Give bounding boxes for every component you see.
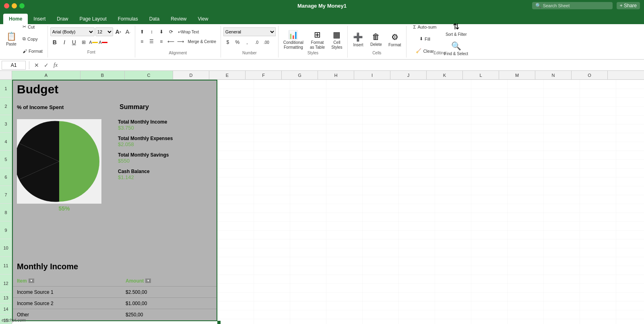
- insert-button[interactable]: ➕ Insert: [350, 28, 366, 56]
- decrease-decimal-button[interactable]: .0: [252, 38, 261, 47]
- col-header-m[interactable]: M: [499, 71, 535, 79]
- window-controls[interactable]: [4, 3, 25, 8]
- share-button[interactable]: + Share: [617, 2, 640, 9]
- row-num-14[interactable]: 14: [0, 303, 12, 315]
- col-header-k[interactable]: K: [427, 71, 463, 79]
- find-select-button[interactable]: 🔍 Find & Select: [442, 39, 471, 58]
- merge-label: Merge & Centre: [188, 39, 217, 44]
- table-row-1[interactable]: Income Source 1 $2.500,00: [13, 287, 217, 298]
- align-center-button[interactable]: ☰: [147, 37, 156, 46]
- clear-icon: 🧹: [416, 48, 421, 54]
- copy-icon: ⧉: [23, 36, 26, 41]
- col-header-g[interactable]: G: [282, 71, 318, 79]
- col-header-l[interactable]: L: [463, 71, 499, 79]
- tab-review[interactable]: Review: [165, 14, 192, 24]
- align-bottom-button[interactable]: ⬇: [157, 27, 166, 36]
- number-format-select[interactable]: General: [223, 27, 276, 36]
- row-num-8[interactable]: 8: [0, 204, 12, 221]
- col-header-a[interactable]: A: [12, 71, 80, 79]
- svg-rect-0: [217, 80, 644, 324]
- underline-button[interactable]: U: [70, 38, 78, 47]
- maximize-button[interactable]: [19, 3, 25, 8]
- thousands-button[interactable]: ,: [243, 38, 252, 47]
- wrap-icon: ↵: [178, 30, 181, 34]
- row-num-13[interactable]: 13: [0, 292, 12, 303]
- amount-dropdown-arrow[interactable]: ▼: [145, 279, 151, 283]
- tab-page-layout[interactable]: Page Layout: [74, 14, 112, 24]
- item-dropdown-arrow[interactable]: ▼: [29, 279, 34, 283]
- conditional-formatting-button[interactable]: 📊 ConditionalFormatting: [281, 28, 306, 56]
- format-as-table-label: Formatas Table: [310, 40, 325, 50]
- cell-styles-button[interactable]: ▦ CellStyles: [329, 28, 345, 56]
- confirm-formula-icon[interactable]: ✓: [42, 62, 50, 68]
- close-button[interactable]: [4, 3, 9, 8]
- font-size-select[interactable]: 12: [95, 27, 113, 36]
- increase-font-button[interactable]: A+: [114, 27, 123, 36]
- sort-filter-button[interactable]: ⇅ Sort & Filter: [442, 20, 471, 39]
- row-num-10[interactable]: 10: [0, 239, 12, 257]
- row-num-6[interactable]: 6: [0, 168, 12, 186]
- col-header-d[interactable]: D: [173, 71, 209, 79]
- ribbon: 📋 Paste ✂ Cut ⧉ Copy 🖌 Format Clipboard: [0, 24, 644, 60]
- italic-button[interactable]: I: [60, 38, 69, 47]
- increase-decimal-button[interactable]: .00: [262, 38, 271, 47]
- col-header-c[interactable]: C: [125, 71, 173, 79]
- font-color-button[interactable]: A: [99, 38, 107, 47]
- row-num-5[interactable]: 5: [0, 151, 12, 168]
- increase-indent-button[interactable]: ⟶: [176, 37, 185, 46]
- row-num-4[interactable]: 4: [0, 133, 12, 151]
- row-num-2[interactable]: 2: [0, 97, 12, 115]
- format-button[interactable]: ⚙ Format: [386, 28, 404, 56]
- accounting-format-button[interactable]: $: [223, 38, 232, 47]
- col-header-b[interactable]: B: [80, 71, 125, 79]
- col-header-n[interactable]: N: [535, 71, 572, 79]
- decrease-font-button[interactable]: A-: [124, 27, 132, 36]
- insert-function-icon[interactable]: fx: [52, 62, 59, 68]
- align-right-button[interactable]: ≡: [157, 37, 166, 46]
- pie-chart: [17, 119, 101, 204]
- font-family-select[interactable]: Arial (Body): [50, 27, 95, 36]
- col-header-h[interactable]: H: [318, 71, 354, 79]
- auto-sum-button[interactable]: Σ Auto-sum: [409, 21, 441, 33]
- summary-label-1: Total Monthly Expenses: [118, 136, 214, 141]
- table-row-2[interactable]: Income Source 2 $1.000,00: [13, 298, 217, 309]
- row-num-12[interactable]: 12: [0, 274, 12, 292]
- align-top-button[interactable]: ⬆: [138, 27, 147, 36]
- percent-button[interactable]: %: [233, 38, 242, 47]
- row-num-9[interactable]: 9: [0, 221, 12, 239]
- row-num-11[interactable]: 11: [0, 257, 12, 274]
- cell-reference-box[interactable]: A1: [2, 61, 26, 70]
- format-painter-button[interactable]: 🖌 Format: [21, 45, 44, 57]
- row-num-7[interactable]: 7: [0, 186, 12, 204]
- fill-color-button[interactable]: A: [89, 38, 98, 47]
- col-header-i[interactable]: I: [354, 71, 390, 79]
- row-num-1[interactable]: 1: [0, 80, 12, 97]
- formula-input[interactable]: [61, 61, 642, 70]
- wrap-text-button[interactable]: ↵ Wrap Text: [176, 27, 200, 36]
- cancel-formula-icon[interactable]: ✕: [33, 62, 41, 68]
- fill-button[interactable]: ⬇ Fill: [409, 33, 441, 45]
- tab-data[interactable]: Data: [144, 14, 165, 24]
- align-middle-button[interactable]: ↕: [147, 27, 156, 36]
- row-num-3[interactable]: 3: [0, 115, 12, 133]
- border-button[interactable]: ⊞: [79, 38, 88, 47]
- align-left-button[interactable]: ≡: [138, 37, 147, 46]
- bold-button[interactable]: B: [50, 38, 59, 47]
- minimize-button[interactable]: [12, 3, 17, 8]
- resize-handle[interactable]: [217, 321, 221, 324]
- col-header-j[interactable]: J: [390, 71, 427, 79]
- table-row-3[interactable]: Other $250,00: [13, 309, 217, 320]
- copy-button[interactable]: ⧉ Copy: [21, 33, 44, 45]
- tab-draw[interactable]: Draw: [51, 14, 74, 24]
- merge-center-button[interactable]: Merge & Centre: [186, 37, 218, 46]
- tab-formulas[interactable]: Formulas: [112, 14, 144, 24]
- col-header-f[interactable]: F: [246, 71, 282, 79]
- paste-button[interactable]: 📋 Paste: [3, 29, 19, 50]
- col-header-e[interactable]: E: [209, 71, 246, 79]
- decrease-indent-button[interactable]: ⟵: [167, 37, 175, 46]
- col-header-o[interactable]: O: [572, 71, 608, 79]
- tab-view[interactable]: View: [192, 14, 214, 24]
- cut-button[interactable]: ✂ Cut: [21, 21, 44, 33]
- search-bar[interactable]: 🔍 Search Sheet: [532, 2, 613, 9]
- orientation-button[interactable]: ⟳: [167, 27, 175, 36]
